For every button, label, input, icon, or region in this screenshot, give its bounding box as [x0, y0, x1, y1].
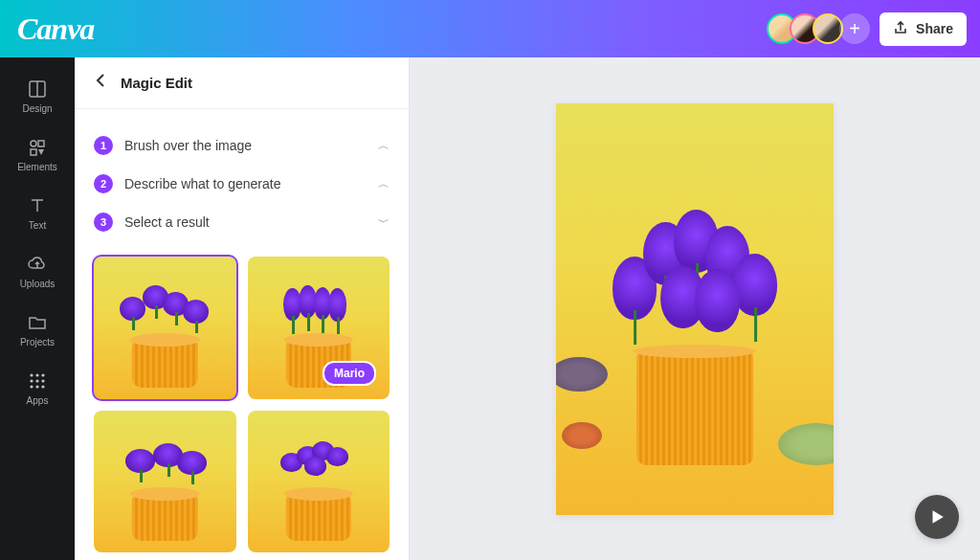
- sidebar-item-elements[interactable]: Elements: [0, 125, 75, 184]
- grid-icon: [27, 370, 48, 392]
- magic-edit-panel: Magic Edit 1 Brush over the image ︿ 2 De…: [75, 57, 410, 560]
- sidebar-item-projects[interactable]: Projects: [0, 301, 75, 359]
- sidebar-item-uploads[interactable]: Uploads: [0, 242, 75, 301]
- svg-point-8: [30, 379, 33, 382]
- step-number: 1: [94, 136, 113, 155]
- text-icon: [27, 195, 48, 216]
- decor-bowl: [562, 422, 602, 449]
- svg-point-5: [30, 373, 33, 376]
- svg-point-13: [41, 385, 44, 388]
- app-logo[interactable]: Canva: [17, 11, 94, 47]
- cloud-upload-icon: [27, 254, 48, 275]
- result-image: [94, 411, 236, 553]
- step-describe[interactable]: 2 Describe what to generate ︿: [94, 165, 390, 203]
- svg-point-9: [35, 379, 38, 382]
- step-brush[interactable]: 1 Brush over the image ︿: [94, 126, 390, 165]
- collaborator-avatars: +: [767, 13, 870, 44]
- svg-rect-4: [31, 149, 36, 155]
- svg-point-2: [31, 141, 36, 146]
- sidebar-item-label: Projects: [20, 337, 55, 347]
- shapes-icon: [27, 137, 48, 158]
- panel-title: Magic Edit: [121, 75, 192, 91]
- step-number: 2: [94, 174, 113, 193]
- sidebar-item-apps[interactable]: Apps: [0, 359, 75, 417]
- app-header: Canva + Share: [0, 0, 980, 57]
- svg-point-11: [30, 385, 33, 388]
- share-label: Share: [916, 21, 953, 36]
- share-icon: [893, 20, 908, 38]
- svg-point-7: [41, 373, 44, 376]
- chevron-up-icon: ︿: [378, 176, 390, 192]
- result-thumbnail[interactable]: Mario: [248, 257, 390, 399]
- result-thumbnail[interactable]: [248, 411, 390, 553]
- svg-point-12: [35, 385, 38, 388]
- back-button[interactable]: [94, 73, 109, 93]
- share-button[interactable]: Share: [880, 12, 967, 46]
- layout-icon: [27, 78, 48, 100]
- sidebar-item-text[interactable]: Text: [0, 184, 75, 242]
- chevron-up-icon: ︿: [378, 138, 390, 154]
- step-label: Describe what to generate: [124, 176, 280, 191]
- sidebar-item-label: Uploads: [20, 279, 56, 289]
- result-image: [94, 257, 236, 399]
- sidebar-item-label: Apps: [27, 395, 49, 406]
- results-grid: Mario: [75, 249, 409, 560]
- result-image: [248, 411, 390, 553]
- svg-point-10: [41, 379, 44, 382]
- decor-plate: [778, 423, 834, 465]
- svg-point-6: [35, 373, 38, 376]
- step-select-result[interactable]: 3 Select a result ﹀: [94, 203, 390, 241]
- preview-image: [556, 103, 834, 515]
- left-sidebar: Design Elements Text Uploads Projects Ap…: [0, 57, 75, 560]
- present-button[interactable]: [915, 495, 959, 539]
- step-number: 3: [94, 213, 113, 232]
- play-icon: [928, 508, 946, 526]
- canvas-preview[interactable]: [556, 103, 834, 515]
- result-thumbnail[interactable]: [94, 257, 236, 399]
- canvas-area[interactable]: [410, 57, 980, 560]
- step-label: Select a result: [124, 214, 210, 230]
- sidebar-item-label: Text: [29, 220, 46, 231]
- collaborator-cursor: Mario: [323, 361, 376, 386]
- header-actions: + Share: [767, 12, 967, 46]
- svg-rect-3: [38, 141, 44, 146]
- folder-icon: [27, 312, 48, 333]
- steps-list: 1 Brush over the image ︿ 2 Describe what…: [75, 109, 409, 249]
- sidebar-item-label: Design: [22, 103, 52, 114]
- result-thumbnail[interactable]: [94, 411, 236, 553]
- content: Design Elements Text Uploads Projects Ap…: [0, 57, 980, 560]
- step-label: Brush over the image: [124, 138, 252, 153]
- sidebar-item-label: Elements: [17, 162, 57, 172]
- panel-header: Magic Edit: [75, 57, 409, 109]
- decor-bowl: [556, 357, 608, 392]
- add-collaborator-button[interactable]: +: [839, 13, 870, 44]
- sidebar-item-design[interactable]: Design: [0, 67, 75, 125]
- chevron-down-icon: ﹀: [378, 214, 390, 231]
